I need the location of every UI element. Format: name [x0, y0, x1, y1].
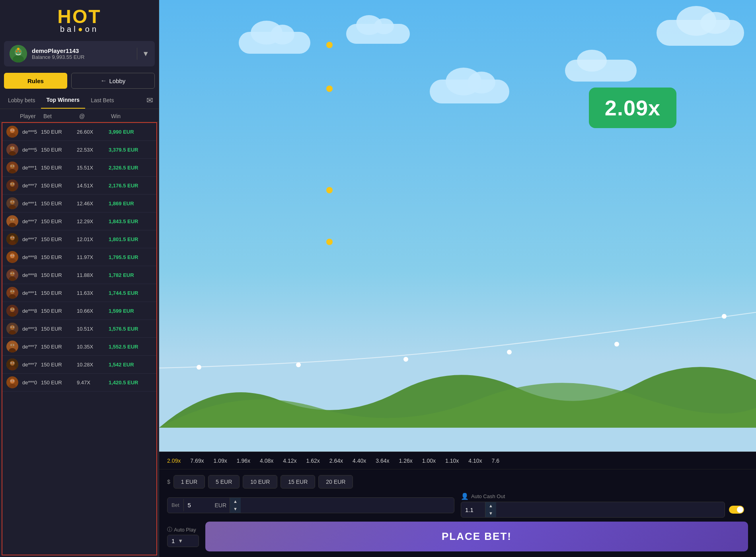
lobby-button[interactable]: ← Lobby	[71, 73, 155, 89]
svg-point-75	[13, 291, 14, 292]
svg-point-56	[10, 253, 15, 258]
svg-point-103	[13, 362, 14, 363]
auto-cashout-wrap: ▲ ▼	[461, 502, 725, 518]
row-bet: 150 EUR	[41, 290, 77, 296]
row-mult: 22.53X	[77, 147, 109, 153]
svg-point-28	[10, 182, 15, 187]
row-mult: 10.51X	[77, 326, 109, 332]
auto-cashout-input[interactable]	[461, 503, 485, 516]
svg-point-81	[11, 309, 12, 310]
table-row: de***1 150 EUR 12.46X 1,869 EUR	[2, 195, 156, 212]
table-row: de***0 150 EUR 9.47X 1,420.5 EUR	[2, 374, 156, 391]
tab-top-winners[interactable]: Top Winners	[41, 92, 86, 109]
logo-hot: HOT	[57, 7, 101, 26]
row-win: 1,552.5 EUR	[109, 344, 152, 350]
mult-chip: 4.08x	[260, 458, 273, 464]
rules-button[interactable]: Rules	[4, 73, 67, 89]
row-avatar	[6, 251, 18, 263]
mult-chip: 4.12x	[283, 458, 296, 464]
row-win: 1,843.5 EUR	[109, 218, 152, 224]
row-avatar	[6, 269, 18, 281]
row-player: de***3	[22, 326, 41, 332]
auto-cashout-label-row: 👤 Auto Cash Out	[461, 493, 748, 500]
quick-bet-5eur[interactable]: 5 EUR	[208, 475, 240, 489]
row-mult: 11.97X	[77, 254, 109, 260]
col-at: @	[79, 113, 111, 119]
svg-point-68	[13, 273, 14, 274]
row-player: de***5	[22, 147, 41, 153]
mult-chip: 2.64x	[329, 458, 343, 464]
svg-point-114	[507, 350, 512, 354]
row-avatar	[6, 215, 18, 227]
row-mult: 10.66X	[77, 308, 109, 314]
svg-point-115	[614, 342, 619, 347]
quick-bet-20eur[interactable]: 20 EUR	[318, 475, 353, 489]
cashout-down[interactable]: ▼	[485, 510, 496, 517]
dollar-icon: $	[167, 479, 170, 485]
svg-point-63	[10, 271, 15, 276]
row-win: 2,176.5 EUR	[109, 183, 152, 189]
svg-point-98	[10, 361, 15, 366]
quick-bet-1eur[interactable]: 1 EUR	[173, 475, 205, 489]
mult-chip: 7.6	[492, 458, 499, 464]
mult-chip: 1.96x	[237, 458, 250, 464]
table-row: de***7 150 EUR 10.35X 1,552.5 EUR	[2, 338, 156, 356]
svg-point-49	[10, 236, 15, 240]
bet-up[interactable]: ▲	[230, 498, 241, 505]
svg-point-33	[13, 183, 14, 184]
svg-point-74	[11, 291, 12, 292]
flight-curve	[159, 292, 756, 372]
row-bet: 150 EUR	[41, 165, 77, 171]
row-win: 2,326.5 EUR	[109, 165, 152, 171]
auto-cashout-group: 👤 Auto Cash Out ▲ ▼	[461, 493, 748, 518]
row-player: de***7	[22, 362, 41, 368]
row-player: de***1	[22, 165, 41, 171]
svg-point-40	[13, 201, 14, 202]
auto-play-value: 1	[171, 538, 175, 544]
row-mult: 26.60X	[77, 129, 109, 135]
svg-point-26	[13, 166, 14, 166]
table-row: de***5 150 EUR 26.60X 3,990 EUR	[2, 123, 156, 141]
svg-point-3	[16, 51, 18, 52]
auto-cashout-toggle[interactable]	[729, 506, 744, 514]
svg-point-47	[13, 219, 14, 220]
row-win: 1,795.5 EUR	[109, 254, 152, 260]
mult-chip: 3.64x	[376, 458, 389, 464]
row-win: 1,420.5 EUR	[109, 380, 152, 386]
svg-point-102	[11, 362, 12, 363]
row-bet: 150 EUR	[41, 183, 77, 189]
svg-point-113	[403, 357, 408, 362]
dropdown-arrow[interactable]: ▼	[137, 48, 149, 60]
place-bet-button[interactable]: PLACE BET!	[205, 522, 748, 551]
quick-bet-15eur[interactable]: 15 EUR	[281, 475, 315, 489]
bottom-row: ⓘ Auto Play 1 ▼ PLACE BET!	[167, 522, 748, 551]
info-icon[interactable]: ⓘ	[167, 526, 172, 533]
row-mult: 12.46X	[77, 201, 109, 206]
bet-down[interactable]: ▼	[230, 505, 241, 513]
row-bet: 150 EUR	[41, 344, 77, 350]
row-avatar	[6, 144, 18, 156]
tab-last-bets[interactable]: Last Bets	[85, 92, 119, 108]
cashout-up[interactable]: ▲	[485, 502, 496, 510]
row-avatar	[6, 305, 18, 317]
row-mult: 10.35X	[77, 344, 109, 350]
row-win: 1,744.5 EUR	[109, 290, 152, 296]
row-win: 3,379.5 EUR	[109, 147, 152, 153]
mult-chip: 4.40x	[353, 458, 366, 464]
mult-chip: 1.26x	[399, 458, 413, 464]
row-mult: 11.88X	[77, 272, 109, 278]
col-bet: Bet	[43, 113, 79, 119]
cloud-2	[346, 24, 410, 44]
tab-lobby-bets[interactable]: Lobby bets	[2, 92, 41, 108]
svg-point-25	[11, 166, 12, 166]
svg-point-112	[296, 362, 301, 367]
cashout-arrows: ▲ ▼	[485, 502, 496, 517]
chat-icon[interactable]: ✉	[143, 92, 156, 108]
row-player: de***7	[22, 344, 41, 350]
row-avatar	[6, 126, 18, 138]
multiplier-value: 2.09x	[605, 95, 661, 120]
quick-bet-10eur[interactable]: 10 EUR	[243, 475, 277, 489]
auto-play-select[interactable]: 1 ▼	[167, 535, 199, 547]
bet-input[interactable]	[184, 499, 212, 512]
bet-input-row: Bet EUR ▲ ▼	[167, 497, 454, 513]
